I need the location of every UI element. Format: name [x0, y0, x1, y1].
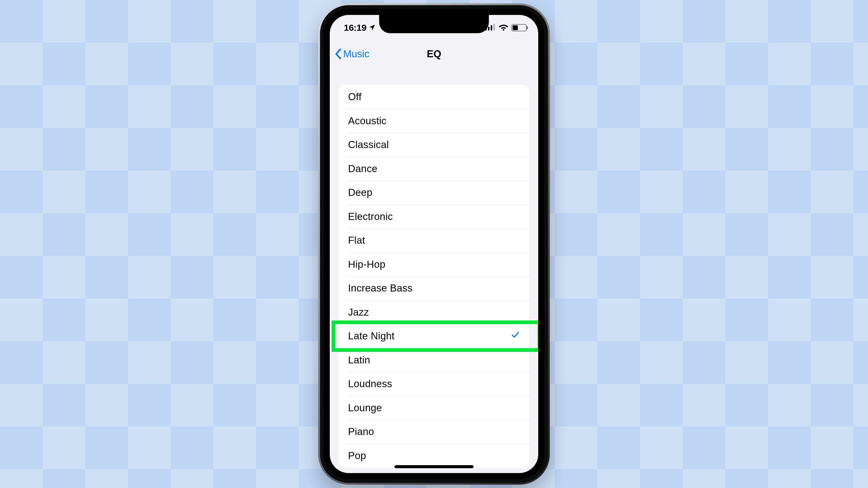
eq-option-label: Deep: [348, 187, 520, 198]
svg-rect-3: [493, 24, 495, 30]
eq-option-label: Electronic: [348, 211, 520, 222]
eq-option-label: Classical: [348, 139, 520, 151]
eq-option-row[interactable]: Electronic: [339, 205, 529, 229]
eq-option-label: Jazz: [348, 306, 520, 318]
eq-option-row[interactable]: Deep: [339, 181, 529, 205]
eq-option-label: Acoustic: [348, 115, 520, 127]
eq-option-row[interactable]: Classical: [339, 133, 529, 157]
eq-option-row[interactable]: Hip-Hop: [339, 253, 529, 276]
battery-icon: [512, 24, 527, 31]
eq-option-label: Flat: [348, 234, 520, 246]
eq-option-label: Piano: [348, 426, 520, 437]
svg-rect-2: [491, 25, 492, 30]
eq-option-row[interactable]: Pop: [339, 444, 529, 468]
wifi-icon: [499, 24, 508, 32]
back-button-label: Music: [343, 48, 369, 60]
nav-bar: Music EQ: [330, 42, 538, 66]
eq-option-row[interactable]: Loudness: [339, 372, 529, 396]
eq-option-row[interactable]: Dance: [339, 157, 529, 181]
eq-option-row[interactable]: Flat: [339, 228, 529, 253]
eq-option-row[interactable]: Late Night: [339, 324, 529, 348]
eq-options-list: OffAcousticClassicalDanceDeepElectronicF…: [339, 85, 529, 467]
home-indicator[interactable]: [394, 465, 474, 468]
svg-rect-1: [488, 27, 490, 30]
checkmark-icon: [511, 330, 520, 342]
back-button[interactable]: Music: [335, 48, 369, 60]
phone-notch: [379, 15, 489, 33]
eq-option-row[interactable]: Piano: [339, 420, 529, 444]
eq-option-label: Latin: [348, 354, 520, 366]
eq-option-label: Loudness: [348, 378, 520, 390]
status-time: 16:19: [344, 23, 366, 33]
eq-option-row[interactable]: Off: [339, 85, 529, 109]
eq-option-label: Off: [348, 91, 520, 103]
eq-option-label: Dance: [348, 163, 520, 174]
eq-option-label: Increase Bass: [348, 282, 520, 294]
eq-option-row[interactable]: Jazz: [339, 300, 529, 324]
eq-option-label: Late Night: [348, 330, 511, 342]
page-title: EQ: [427, 48, 441, 60]
eq-option-label: Lounge: [348, 402, 520, 414]
location-icon: [369, 23, 375, 33]
eq-option-row[interactable]: Acoustic: [339, 109, 529, 133]
phone-screen: 16:19: [330, 15, 538, 473]
phone-device-frame: 16:19: [318, 3, 550, 485]
eq-option-row[interactable]: Latin: [339, 348, 529, 372]
eq-option-row[interactable]: Lounge: [339, 396, 529, 420]
eq-option-label: Pop: [348, 450, 520, 461]
chevron-left-icon: [335, 48, 341, 59]
eq-option-label: Hip-Hop: [348, 259, 520, 270]
eq-option-row[interactable]: Increase Bass: [339, 276, 529, 300]
svg-point-4: [503, 29, 504, 30]
